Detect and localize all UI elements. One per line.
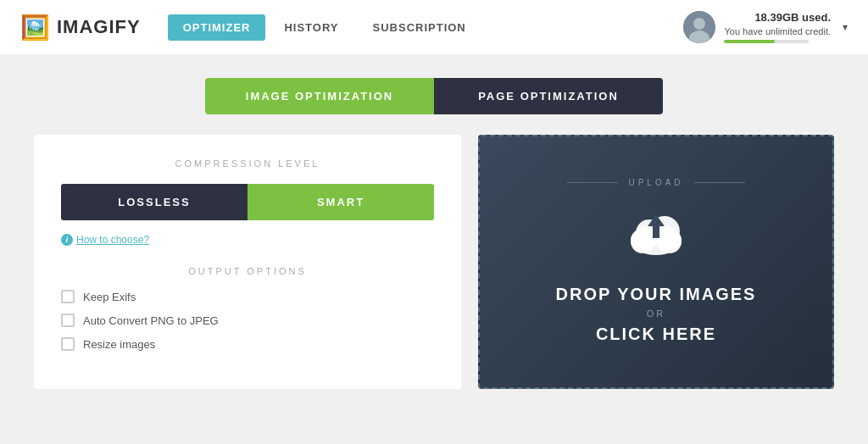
nav-item-subscription[interactable]: SUBSCRIPTION <box>358 14 481 41</box>
svg-point-1 <box>693 18 705 30</box>
user-credit-bar-fill <box>724 40 775 43</box>
upload-panel[interactable]: UPLOAD DROP YOUR IMAGES OR CLICK HERE <box>478 135 834 389</box>
user-area[interactable]: 18.39GB used. You have unlimited credit.… <box>683 11 848 43</box>
checkbox-label-keep-exifs: Keep Exifs <box>83 291 136 303</box>
drop-text-line1: DROP YOUR IMAGES <box>556 285 757 303</box>
user-storage: 18.39GB used. <box>724 11 831 25</box>
tab-page-optimization[interactable]: PAGE OPTIMIZATION <box>434 78 663 114</box>
compression-toggle: LOSSLESS SMART <box>61 184 434 220</box>
chevron-down-icon: ▾ <box>843 21 848 33</box>
user-info: 18.39GB used. You have unlimited credit. <box>724 11 831 43</box>
checkbox-resize-images[interactable]: Resize images <box>61 337 434 351</box>
logo-text: IMAGIFY <box>57 16 141 38</box>
left-panel: COMPRESSION LEVEL LOSSLESS SMART i How t… <box>34 135 461 389</box>
avatar <box>683 11 715 43</box>
checkbox-auto-convert[interactable]: Auto Convert PNG to JPEG <box>61 314 434 327</box>
compression-smart-btn[interactable]: SMART <box>248 184 434 220</box>
checkbox-box-keep-exifs[interactable] <box>61 290 75 303</box>
logo: 🖼️ IMAGIFY <box>20 14 141 42</box>
checkbox-label-resize-images: Resize images <box>83 338 155 351</box>
how-to-choose-link[interactable]: i How to choose? <box>61 234 434 246</box>
logo-icon: 🖼️ <box>20 14 50 42</box>
checkbox-box-auto-convert[interactable] <box>61 314 75 327</box>
cloud-upload-icon <box>622 208 690 265</box>
main-content: IMAGE OPTIMIZATION PAGE OPTIMIZATION COM… <box>0 54 868 406</box>
upload-label: UPLOAD <box>567 178 744 187</box>
drop-text: DROP YOUR IMAGES OR CLICK HERE <box>556 282 757 346</box>
checkbox-keep-exifs[interactable]: Keep Exifs <box>61 290 434 303</box>
tab-image-optimization[interactable]: IMAGE OPTIMIZATION <box>205 78 434 114</box>
header: 🖼️ IMAGIFY OPTIMIZER HISTORY SUBSCRIPTIO… <box>0 0 868 54</box>
main-nav: OPTIMIZER HISTORY SUBSCRIPTION <box>168 14 684 41</box>
compression-lossless-btn[interactable]: LOSSLESS <box>61 184 248 220</box>
upload-label-text: UPLOAD <box>628 178 683 187</box>
how-to-choose-text: How to choose? <box>76 234 149 246</box>
info-icon: i <box>61 234 73 246</box>
checkbox-list: Keep Exifs Auto Convert PNG to JPEG Resi… <box>61 290 434 351</box>
drop-text-line2: CLICK HERE <box>596 325 716 343</box>
checkbox-box-resize-images[interactable] <box>61 337 75 351</box>
output-options-label: OUTPUT OPTIONS <box>61 266 434 276</box>
tab-switcher: IMAGE OPTIMIZATION PAGE OPTIMIZATION <box>205 78 663 114</box>
user-credit-bar <box>724 40 809 43</box>
panels: COMPRESSION LEVEL LOSSLESS SMART i How t… <box>34 135 834 389</box>
compression-level-label: COMPRESSION LEVEL <box>61 158 434 169</box>
nav-item-optimizer[interactable]: OPTIMIZER <box>168 14 266 41</box>
drop-text-or: OR <box>556 308 757 320</box>
nav-item-history[interactable]: HISTORY <box>269 14 353 41</box>
checkbox-label-auto-convert: Auto Convert PNG to JPEG <box>83 314 219 327</box>
user-credit-text: You have unlimited credit. <box>724 25 831 37</box>
